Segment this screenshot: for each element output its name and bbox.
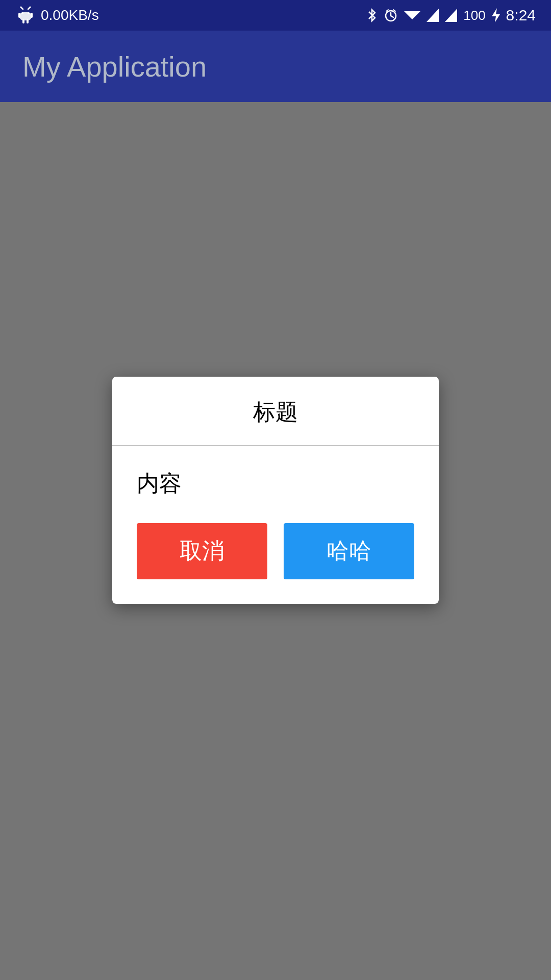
main-content: 标题 内容 取消 哈哈 (0, 102, 551, 980)
dialog-title: 标题 (253, 397, 298, 427)
dialog-buttons: 取消 哈哈 (137, 523, 414, 579)
dialog: 标题 内容 取消 哈哈 (112, 377, 439, 604)
app-title: My Application (22, 50, 207, 83)
cancel-button[interactable]: 取消 (137, 523, 267, 579)
svg-marker-17 (427, 9, 439, 22)
battery-indicator: 100 (463, 8, 485, 23)
svg-rect-3 (18, 13, 20, 18)
svg-marker-19 (492, 8, 500, 22)
dialog-overlay: 标题 内容 取消 哈哈 (0, 102, 551, 980)
svg-rect-4 (31, 13, 33, 18)
dialog-title-area: 标题 (112, 377, 439, 446)
signal2-icon (445, 9, 457, 22)
dialog-body: 内容 取消 哈哈 (112, 446, 439, 604)
battery-level: 100 (463, 8, 485, 23)
bluetooth-icon (366, 8, 378, 23)
svg-rect-6 (27, 19, 29, 23)
dialog-message: 内容 (137, 469, 414, 499)
svg-point-9 (20, 7, 22, 8)
confirm-button[interactable]: 哈哈 (284, 523, 414, 579)
svg-rect-2 (19, 12, 32, 20)
svg-marker-16 (404, 11, 420, 19)
wifi-icon (404, 9, 420, 21)
app-bar: My Application (0, 31, 551, 102)
status-bar-right: 100 8:24 (366, 7, 536, 24)
svg-marker-18 (445, 9, 457, 22)
network-speed: 0.00KB/s (41, 7, 99, 23)
status-bar-left: 0.00KB/s (15, 5, 99, 26)
android-icon (15, 5, 36, 26)
svg-point-10 (30, 7, 31, 8)
alarm-icon (384, 8, 398, 22)
charging-icon (492, 8, 500, 22)
status-time: 8:24 (506, 7, 536, 24)
status-bar: 0.00KB/s (0, 0, 551, 31)
svg-rect-5 (22, 19, 24, 23)
svg-line-13 (391, 16, 393, 17)
signal1-icon (427, 9, 439, 22)
